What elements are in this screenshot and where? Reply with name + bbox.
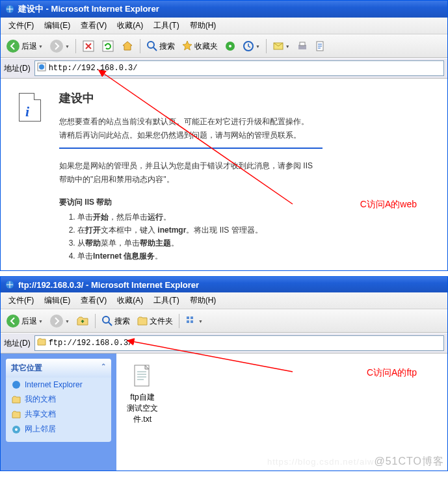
sidebar-item-network[interactable]: 网上邻居 bbox=[6, 422, 111, 437]
print-button[interactable] bbox=[294, 39, 311, 53]
folder-up-icon bbox=[76, 315, 89, 328]
other-places-panel: 其它位置 ⌃ Internet Explorer 我的文档 共享文档 bbox=[6, 359, 111, 442]
titlebar[interactable]: ftp://192.168.0.3/ - Microsoft Internet … bbox=[1, 277, 447, 292]
menu-help[interactable]: 帮助(H) bbox=[185, 19, 222, 32]
chevron-down-icon: ▼ bbox=[38, 319, 43, 324]
menu-file[interactable]: 文件(F) bbox=[3, 19, 39, 32]
panel-header[interactable]: 其它位置 ⌃ bbox=[6, 359, 111, 378]
address-label: 地址(D) bbox=[4, 63, 31, 74]
menu-edit[interactable]: 编辑(E) bbox=[39, 19, 75, 32]
list-item: 在打开文本框中，键入 inetmgr。将出现 IIS 管理器。 bbox=[77, 225, 434, 236]
address-value: ftp://192.168.0.3/ bbox=[49, 339, 133, 348]
svg-rect-22 bbox=[191, 320, 193, 323]
watermark: https://blog.csdn.net/aiw@51CTO博客 bbox=[267, 455, 444, 469]
search-button[interactable]: 搜索 bbox=[99, 314, 133, 328]
menu-file[interactable]: 文件(F) bbox=[3, 294, 39, 307]
address-bar: 地址(D) ftp://192.168.0.3/ bbox=[1, 333, 447, 354]
history-icon bbox=[243, 40, 254, 52]
subheading: 要访问 IIS 帮助 bbox=[59, 198, 112, 207]
chevron-down-icon: ▼ bbox=[65, 319, 70, 324]
separator bbox=[75, 39, 76, 53]
menubar: 文件(F) 编辑(E) 查看(V) 收藏(A) 工具(T) 帮助(H) bbox=[1, 18, 447, 34]
svg-point-16 bbox=[7, 315, 20, 328]
up-button[interactable] bbox=[73, 313, 92, 329]
print-icon bbox=[296, 40, 308, 52]
menu-view[interactable]: 查看(V) bbox=[75, 294, 112, 307]
mail-icon bbox=[272, 40, 284, 52]
favorites-button[interactable]: 收藏夹 bbox=[179, 39, 220, 53]
star-icon bbox=[181, 40, 193, 52]
forward-icon bbox=[49, 314, 64, 328]
separator bbox=[140, 39, 140, 53]
refresh-button[interactable] bbox=[99, 38, 117, 54]
menu-tools[interactable]: 工具(T) bbox=[148, 294, 184, 307]
view-icon bbox=[185, 315, 197, 327]
svg-point-7 bbox=[229, 45, 231, 47]
toolbar: 后退 ▼ ▼ 搜索 收藏夹 ▼ bbox=[1, 34, 447, 58]
folders-icon bbox=[137, 315, 148, 327]
folder-icon bbox=[11, 394, 21, 405]
back-button[interactable]: 后退 ▼ bbox=[3, 38, 46, 55]
search-button[interactable]: 搜索 bbox=[144, 39, 178, 53]
svg-point-25 bbox=[15, 428, 18, 431]
menu-favorites[interactable]: 收藏(A) bbox=[112, 19, 148, 32]
back-button[interactable]: 后退 ▼ bbox=[3, 313, 46, 329]
search-icon bbox=[146, 40, 158, 52]
titlebar[interactable]: 建设中 - Microsoft Internet Explorer bbox=[1, 1, 447, 18]
ie-icon bbox=[5, 4, 15, 14]
annotation-ftp: C访问A的ftp bbox=[367, 367, 417, 379]
svg-point-2 bbox=[50, 40, 63, 53]
sidebar-item-mydocs[interactable]: 我的文档 bbox=[6, 392, 111, 407]
network-icon bbox=[11, 424, 21, 435]
collapse-icon: ⌃ bbox=[101, 363, 106, 374]
forward-button[interactable]: ▼ bbox=[47, 38, 72, 55]
svg-point-18 bbox=[103, 316, 109, 323]
sidebar-item-ie[interactable]: Internet Explorer bbox=[6, 378, 111, 392]
back-icon bbox=[6, 314, 20, 328]
address-label: 地址(D) bbox=[4, 338, 31, 349]
menu-edit[interactable]: 编辑(E) bbox=[39, 294, 75, 307]
search-icon bbox=[101, 315, 113, 327]
list-item: 单击开始，然后单击运行。 bbox=[77, 212, 434, 223]
svg-point-23 bbox=[12, 381, 20, 389]
svg-rect-11 bbox=[300, 42, 305, 45]
edit-button[interactable] bbox=[312, 39, 329, 53]
svg-rect-4 bbox=[103, 41, 113, 51]
instruction-list: 单击开始，然后单击运行。 在打开文本框中，键入 inetmgr。将出现 IIS … bbox=[77, 212, 434, 262]
menu-favorites[interactable]: 收藏(A) bbox=[112, 294, 148, 307]
address-input[interactable]: ftp://192.168.0.3/ bbox=[34, 335, 444, 351]
media-button[interactable] bbox=[222, 39, 239, 53]
view-button[interactable]: ▼ bbox=[183, 314, 205, 328]
toolbar: 后退 ▼ ▼ 搜索 文件夹 ▼ bbox=[1, 309, 447, 333]
address-bar: 地址(D) http://192.168.0.3/ bbox=[1, 58, 447, 79]
stop-button[interactable] bbox=[79, 38, 98, 54]
folders-button[interactable]: 文件夹 bbox=[134, 314, 176, 328]
document-icon bbox=[19, 93, 41, 122]
forward-button[interactable]: ▼ bbox=[47, 313, 72, 329]
home-button[interactable] bbox=[118, 38, 137, 54]
paragraph: 您想要查看的站点当前没有默认页。可能正在对它进行升级和配置操作。 bbox=[59, 116, 434, 127]
svg-point-17 bbox=[50, 315, 63, 328]
window-title: ftp://192.168.0.3/ - Microsoft Internet … bbox=[18, 280, 199, 290]
menubar: 文件(F) 编辑(E) 查看(V) 收藏(A) 工具(T) 帮助(H) bbox=[1, 292, 447, 309]
menu-view[interactable]: 查看(V) bbox=[75, 19, 112, 32]
paragraph: 帮助中的"启用和禁用动态内容"。 bbox=[59, 174, 434, 185]
sidebar-item-shared[interactable]: 共享文档 bbox=[6, 407, 111, 422]
address-value: http://192.168.0.3/ bbox=[49, 64, 138, 73]
address-input[interactable]: http://192.168.0.3/ bbox=[34, 60, 444, 76]
forward-icon bbox=[49, 39, 64, 53]
mail-button[interactable]: ▼ bbox=[270, 39, 293, 53]
chevron-down-icon: ▼ bbox=[38, 44, 43, 49]
menu-tools[interactable]: 工具(T) bbox=[148, 19, 184, 32]
annotation-web: C访问A的web bbox=[360, 199, 417, 211]
separator bbox=[95, 314, 96, 328]
chevron-down-icon: ▼ bbox=[65, 44, 70, 49]
history-button[interactable]: ▼ bbox=[240, 39, 263, 53]
back-icon bbox=[6, 39, 20, 53]
ie-icon bbox=[11, 380, 21, 390]
chevron-down-icon: ▼ bbox=[285, 44, 290, 49]
media-icon bbox=[224, 40, 236, 52]
menu-help[interactable]: 帮助(H) bbox=[185, 294, 222, 307]
page-title: 建设中 bbox=[59, 90, 434, 106]
file-item[interactable]: ftp自建测试空文件.txt bbox=[127, 364, 158, 425]
